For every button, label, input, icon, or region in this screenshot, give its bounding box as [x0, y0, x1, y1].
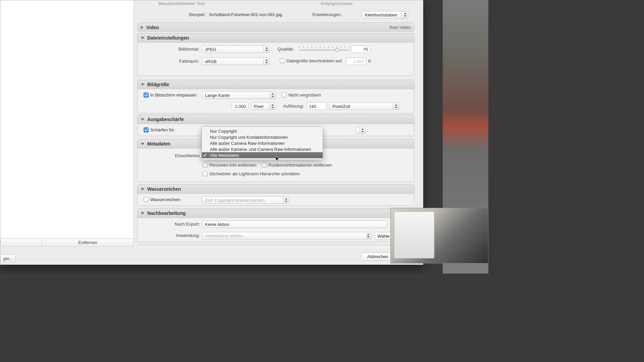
disclosure-down-icon — [141, 37, 144, 39]
remove-preset-button[interactable]: Entfernen — [42, 238, 134, 246]
file-settings-header[interactable]: Dateieinstellungen — [138, 34, 414, 43]
application-label: Anwendung: — [138, 233, 200, 238]
example-label: Beispiel: — [179, 12, 206, 17]
extensions-label: Erweiterungen: — [308, 12, 342, 17]
disclosure-down-icon — [141, 212, 144, 215]
chevron-down-icon — [365, 232, 371, 239]
limit-filesize-unit: K — [368, 59, 371, 64]
remove-location-label: Positionsinformationen entfernen — [268, 163, 332, 168]
resolution-label: Auflösung: — [277, 104, 304, 109]
no-enlarge-label: Nicht vergrößern — [288, 93, 321, 98]
image-format-value: JPEG — [205, 47, 216, 52]
after-export-label: Nach Export: — [138, 222, 200, 227]
metadata-option-except-raw[interactable]: Alle außer Camera Raw-Informationen — [202, 140, 323, 146]
metadata-option-all[interactable]: Alle Metadaten — [202, 152, 323, 158]
limit-filesize-input[interactable]: 1.000 — [346, 58, 366, 65]
keywords-hierarchy-label: Stichwörter als Lightroom-Hierarchie sch… — [209, 171, 300, 176]
chevron-updown-icon — [269, 92, 275, 99]
preset-sidebar: Entfernen ger... — [0, 0, 134, 264]
remove-location-checkbox[interactable] — [262, 163, 267, 168]
colorspace-select[interactable]: sRGB — [202, 58, 270, 65]
fit-screen-checkbox[interactable] — [144, 93, 149, 98]
chevron-updown-icon — [359, 127, 365, 134]
size-unit-value: Pixel — [254, 104, 263, 109]
watermark-preset-value: Einf. Copyright-Wasserzeichen — [205, 198, 265, 203]
mouse-cursor-icon — [275, 156, 280, 162]
disclosure-down-icon — [141, 188, 144, 190]
extensions-select[interactable]: Kleinbuchstaben — [362, 11, 408, 18]
webcam-overlay — [390, 208, 488, 263]
video-status: Kein Video — [389, 25, 411, 30]
chevron-updown-icon — [283, 197, 289, 203]
remove-person-checkbox[interactable] — [203, 163, 208, 168]
chevron-updown-icon — [269, 103, 275, 110]
limit-filesize-label: Dateigröße beschränken auf: — [286, 58, 343, 63]
image-size-title: Bildgröße — [147, 82, 169, 87]
resolution-unit-select[interactable]: Pixel/Zoll — [329, 103, 399, 110]
application-placeholder: Anwendung wählen... — [205, 233, 247, 238]
quality-slider[interactable] — [299, 45, 350, 53]
quality-input[interactable]: 75 — [352, 46, 370, 53]
disclosure-down-icon — [141, 118, 144, 121]
watermark-preset-select[interactable]: Einf. Copyright-Wasserzeichen — [202, 196, 289, 204]
chevron-updown-icon — [393, 103, 399, 110]
chevron-updown-icon — [263, 46, 269, 53]
size-unit-select[interactable]: Pixel — [251, 103, 276, 110]
fit-mode-value: Lange Kante — [205, 93, 230, 98]
settings-panel: Benutzerdefinierter Text: Anfangsnummer:… — [137, 0, 418, 248]
colorspace-label: Farbraum: — [138, 59, 199, 64]
resolution-unit-value: Pixel/Zoll — [332, 104, 350, 109]
watermark-header[interactable]: Wasserzeichen — [138, 185, 414, 194]
video-section-title: Video — [146, 25, 159, 30]
limit-filesize-checkbox[interactable] — [280, 58, 285, 63]
disclosure-right-icon — [141, 26, 143, 29]
metadata-option-except-camera-raw[interactable]: Alle außer Kamera- und Camera Raw-Inform… — [202, 146, 323, 152]
file-settings-title: Dateieinstellungen — [147, 35, 189, 41]
size-value-input[interactable]: 2.000 — [231, 103, 248, 110]
custom-text-label: Benutzerdefinierter Text: — [151, 1, 206, 6]
add-preset-button[interactable] — [0, 238, 42, 246]
webcam-monitor-shape — [394, 212, 434, 258]
watermark-checkbox[interactable] — [144, 197, 149, 202]
example-filename: Schottland-Fotoreise-001-von-091.jpg — [209, 12, 282, 17]
remove-person-label: Personen-Info entfernen — [209, 163, 256, 168]
postprocessing-header[interactable]: Nachbearbeitung — [138, 209, 392, 218]
postprocessing-title: Nachbearbeitung — [147, 210, 185, 216]
cancel-button[interactable]: Abbrechen — [361, 252, 395, 260]
after-export-select[interactable]: Keine Aktion — [202, 221, 387, 228]
metadata-option-copyright-contact[interactable]: Nur Copyright und Kontaktinformationen — [202, 134, 323, 140]
disclosure-down-icon — [141, 143, 144, 145]
fit-mode-select[interactable]: Lange Kante — [202, 92, 276, 99]
watermark-title: Wasserzeichen — [147, 186, 181, 192]
resolution-input[interactable]: 240 — [307, 103, 327, 110]
choose-app-button[interactable]: Wähle — [374, 232, 393, 240]
disclosure-down-icon — [141, 83, 144, 86]
application-select[interactable]: Anwendung wählen... — [202, 232, 372, 239]
metadata-include-label: Einschließen — [138, 153, 200, 158]
checkmark-icon — [203, 153, 207, 157]
extensions-value: Kleinbuchstaben — [365, 12, 397, 17]
chevron-updown-icon — [263, 58, 269, 65]
preset-list[interactable] — [0, 0, 134, 240]
image-format-label: Bildformat: — [138, 47, 199, 52]
video-section-header[interactable]: Video Kein Video — [138, 23, 414, 32]
no-enlarge-checkbox[interactable] — [282, 93, 287, 98]
keywords-hierarchy-checkbox[interactable] — [203, 171, 208, 176]
colorspace-value: sRGB — [205, 59, 217, 64]
sharpen-for-checkbox[interactable] — [144, 127, 149, 132]
image-format-select[interactable]: JPEG — [202, 46, 270, 53]
sharpen-amount-select[interactable] — [356, 127, 366, 134]
quality-label: Qualität: — [271, 47, 294, 52]
watermark-label: Wasserzeichen: — [150, 197, 181, 202]
image-size-header[interactable]: Bildgröße — [138, 80, 414, 89]
after-export-value: Keine Aktion — [205, 222, 229, 227]
metadata-include-popup[interactable]: Nur Copyright Nur Copyright und Kontakti… — [202, 126, 323, 160]
plugin-manager-button[interactable]: ger... — [0, 254, 16, 262]
sharpen-for-label: Schärfen für: — [150, 127, 175, 132]
metadata-title: Metadaten — [147, 141, 170, 146]
export-dialog: Entfernen ger... Benutzerdefinierter Tex… — [0, 0, 423, 265]
sharpen-header[interactable]: Ausgabeschärfe — [138, 115, 414, 124]
start-number-label: Anfangsnummer: — [310, 1, 354, 6]
fit-screen-label: In Bildschirm einpassen: — [150, 93, 198, 98]
metadata-option-copyright[interactable]: Nur Copyright — [202, 128, 323, 134]
